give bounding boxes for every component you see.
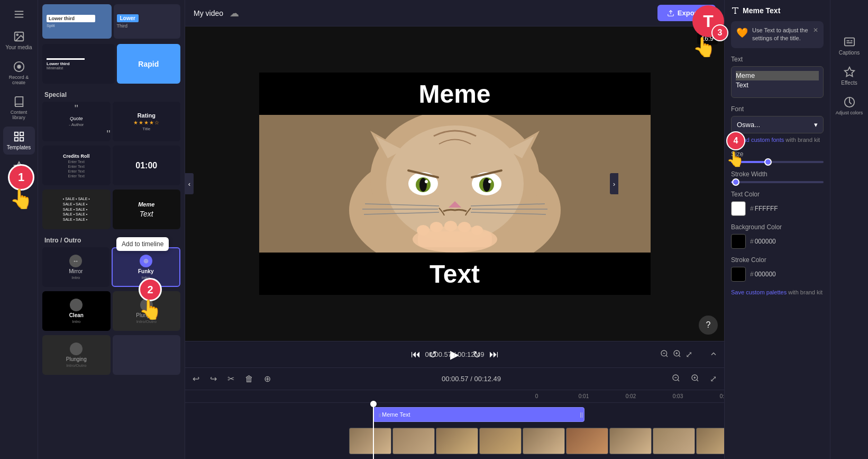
- meme-label: Meme: [138, 201, 154, 208]
- text-section-label: Text: [731, 56, 824, 63]
- sidebar-item-record[interactable]: Record &create: [3, 57, 35, 89]
- lt-sublabel: Split: [47, 23, 55, 28]
- zoom-in-button[interactable]: [673, 349, 681, 360]
- adjust-colors-button[interactable]: Adjust colors: [834, 92, 865, 120]
- sidebar-item-templates[interactable]: Templates: [3, 127, 35, 155]
- upload-fonts-link[interactable]: Upload custom fonts: [731, 137, 784, 143]
- timeline-current: 00:00.57: [442, 375, 469, 383]
- sidebar-menu[interactable]: [3, 4, 35, 24]
- timeline-collapse-button[interactable]: [709, 349, 718, 359]
- special-row-3: • SALE • SALE •SALE • SALE •SALE • SALE …: [38, 188, 185, 230]
- template-lower-third-mini[interactable]: Lower third Minimalist: [42, 44, 115, 84]
- fullscreen-timeline[interactable]: ⤢: [707, 372, 720, 386]
- help-button[interactable]: ?: [699, 316, 718, 335]
- svg-point-43: [471, 226, 483, 235]
- skip-forward-button[interactable]: ⏭: [489, 349, 499, 360]
- rating-stars: ★★★★☆: [133, 120, 160, 125]
- meme-text-clip[interactable]: || Meme Text ||: [373, 407, 584, 422]
- svg-point-41: [444, 221, 457, 231]
- size-slider-thumb[interactable]: [764, 158, 772, 166]
- top-bar: My video ☁ Export ▾: [185, 0, 724, 26]
- sale-text: • SALE • SALE •SALE • SALE •SALE • SALE …: [63, 196, 90, 222]
- panel-collapse-right[interactable]: ›: [610, 173, 618, 194]
- video-container: Meme: [259, 73, 651, 295]
- font-chevron: ▾: [814, 121, 818, 129]
- template-timer[interactable]: 01:00: [113, 146, 181, 185]
- size-slider-track[interactable]: [731, 161, 824, 163]
- meme-text-label: Text: [140, 210, 153, 218]
- undo-button[interactable]: ↩: [189, 372, 203, 386]
- stroke-slider-track[interactable]: [731, 181, 824, 183]
- svg-rect-8: [20, 132, 23, 136]
- rapid-label: Rapid: [138, 60, 159, 68]
- video-bottom-text: Text: [430, 259, 480, 289]
- stroke-color-swatch[interactable]: [731, 267, 746, 282]
- clip-handle-left[interactable]: ||: [378, 408, 382, 421]
- template-rapid[interactable]: Rapid: [117, 44, 181, 84]
- quote-mark-right: ": [106, 128, 110, 140]
- timeline-ruler: 0 0:01 0:02 0:03 0:04 0:05 0:06 0:07 0:0…: [185, 390, 724, 403]
- video-thumb-4: [479, 428, 522, 454]
- zoom-out-button[interactable]: [660, 349, 669, 360]
- bg-color-swatch[interactable]: [731, 234, 746, 249]
- export-button[interactable]: Export ▾: [657, 5, 716, 21]
- template-funky[interactable]: ⊕ Funky Intro: [112, 247, 181, 287]
- sidebar-item-brand[interactable]: Brand kit: [3, 157, 35, 185]
- captions-button[interactable]: Captions: [834, 32, 865, 60]
- aspect-ratio-badge: 16:9: [697, 33, 718, 44]
- fullscreen-button[interactable]: ⤢: [686, 349, 692, 359]
- sidebar-item-your-media[interactable]: Your media: [3, 26, 35, 55]
- stroke-slider-thumb[interactable]: [732, 178, 739, 186]
- template-meme[interactable]: Meme Text: [113, 190, 181, 229]
- intro-row-3: Plunging Intro/Outro: [38, 334, 185, 376]
- sidebar-item-content[interactable]: Contentlibrary: [3, 92, 35, 124]
- delete-button[interactable]: 🗑: [242, 372, 257, 386]
- skip-back-button[interactable]: ⏮: [411, 349, 421, 360]
- template-plunging[interactable]: Plunging Intro/Outro: [113, 291, 181, 331]
- properties-panel: Meme Text 🧡 Use Text to adjust the setti…: [724, 0, 830, 459]
- template-plunging-2[interactable]: Plunging Intro/Outro: [42, 335, 111, 375]
- svg-point-25: [483, 178, 490, 192]
- credits-line4: Enter Text: [68, 174, 85, 178]
- stroke-slider-section: [731, 181, 824, 183]
- timeline-tracks: || Meme Text ||: [185, 403, 724, 459]
- video-thumb-5: [523, 428, 565, 454]
- clip-handle-right[interactable]: ||: [579, 408, 584, 421]
- brand-kit-text-2: with brand kit: [788, 289, 823, 295]
- effects-button[interactable]: Effects: [834, 62, 865, 90]
- template-sale[interactable]: • SALE • SALE •SALE • SALE •SALE • SALE …: [42, 190, 111, 229]
- template-rating[interactable]: Rating ★★★★☆ Title: [113, 102, 181, 141]
- right-toolbar: Captions Effects Adjust colors: [830, 0, 868, 459]
- template-quote[interactable]: " Quote - Author ": [42, 102, 111, 141]
- playhead-marker: [370, 401, 377, 407]
- template-credits[interactable]: Credits Roll Enter Text Enter Text Enter…: [42, 146, 111, 185]
- funky-label: Funky: [138, 268, 153, 274]
- timer-text: 01:00: [135, 161, 157, 170]
- cut-button[interactable]: ✂: [224, 372, 237, 386]
- font-selector[interactable]: Oswa... ▾: [731, 116, 824, 133]
- zoom-out-timeline[interactable]: [669, 372, 683, 386]
- playhead[interactable]: [373, 403, 374, 459]
- text-color-swatch[interactable]: [731, 201, 746, 216]
- total-time: 00:12.49: [458, 350, 485, 358]
- panel-collapse-left[interactable]: ‹: [185, 173, 194, 194]
- text-track-content: || Meme Text ||: [349, 405, 724, 424]
- template-clean[interactable]: Clean Intro: [42, 291, 111, 331]
- template-lower-third-dark[interactable]: Lower Third: [114, 4, 181, 39]
- zoom-in-timeline[interactable]: [688, 372, 702, 386]
- video-top-bar: Meme: [259, 73, 651, 115]
- svg-line-48: [679, 355, 680, 357]
- credits-line1: Enter Text: [68, 160, 85, 164]
- close-tooltip-button[interactable]: ✕: [813, 26, 818, 34]
- template-mirror[interactable]: ↔ Mirror Intro: [42, 247, 109, 287]
- stroke-section-label: Stroke Width: [731, 170, 824, 178]
- lt-label: Lower third: [47, 15, 95, 22]
- template-lower-third-main[interactable]: Lower third Split: [42, 4, 112, 39]
- svg-line-45: [666, 355, 668, 357]
- redo-button[interactable]: ↪: [207, 372, 220, 386]
- save-palette-link[interactable]: Save custom palettes: [731, 289, 787, 295]
- cloud-icon[interactable]: ☁: [230, 7, 239, 19]
- plunging2-label: Plunging: [66, 356, 87, 362]
- text-input[interactable]: Meme Text: [731, 66, 824, 98]
- copy-button[interactable]: ⊕: [261, 372, 274, 386]
